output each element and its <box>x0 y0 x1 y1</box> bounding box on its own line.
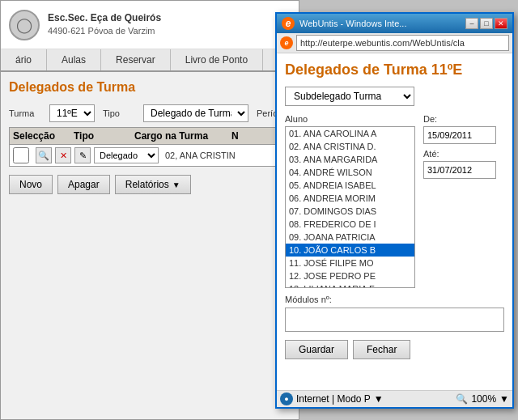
novo-button[interactable]: Novo <box>9 175 53 194</box>
nav-item-diary[interactable]: ário <box>1 49 47 70</box>
popup-two-col: Aluno 01. ANA CAROLINA A02. ANA CRISTINA… <box>285 114 504 288</box>
main-header: ◯ Esc.Sec. Eça de Queirós 4490-621 Póvoa… <box>1 1 299 49</box>
zoom-dropdown-icon: ▼ <box>499 393 509 405</box>
maximize-button[interactable]: □ <box>480 18 493 29</box>
turma-select[interactable]: 11ºE <box>49 104 95 122</box>
modulos-input[interactable] <box>285 308 504 332</box>
relatorios-label: Relatórios <box>125 179 169 190</box>
page-title: Delegados de Turma <box>9 80 291 95</box>
student-list-item[interactable]: 05. ANDREIA ISABEL <box>286 179 414 192</box>
student-list-item[interactable]: 12. JOSE PEDRO PE <box>286 269 414 282</box>
popup-left: Aluno 01. ANA CAROLINA A02. ANA CRISTINA… <box>285 114 415 288</box>
statusbar-arrow: ▼ <box>374 393 384 405</box>
address-bar[interactable] <box>296 35 509 51</box>
popup-titlebar: e WebUntis - Windows Inte... – □ ✕ <box>277 14 512 33</box>
school-logo: ◯ <box>9 10 40 40</box>
close-button[interactable]: ✕ <box>495 18 507 29</box>
btn-row: Novo Apagar Relatórios ▼ <box>9 175 291 194</box>
popup-dropdown-row: Subdelegado Turma <box>285 87 504 106</box>
th-cargo: Cargo na Turma <box>134 130 215 142</box>
statusbar-left: ● Internet | Modo P ▼ <box>280 392 384 405</box>
table-header: Selecção Tipo Cargo na Turma N <box>9 127 291 144</box>
cargo-select[interactable]: Delegado <box>94 147 159 163</box>
popup-window: e WebUntis - Windows Inte... – □ ✕ e Del… <box>275 12 514 409</box>
student-list-item[interactable]: 06. ANDREIA MORIM <box>286 192 414 205</box>
student-list-item[interactable]: 03. ANA MARGARIDA <box>286 153 414 166</box>
tipo-label: Tipo <box>103 108 135 118</box>
window-controls: – □ ✕ <box>465 18 507 29</box>
edit-icon-btn[interactable]: ✎ <box>74 147 91 163</box>
student-list-item[interactable]: 10. JOÃO CARLOS B <box>286 244 414 257</box>
zoom-level: 100% <box>471 393 496 405</box>
main-window: ◯ Esc.Sec. Eça de Queirós 4490-621 Póvoa… <box>0 0 299 420</box>
th-seleccao: Selecção <box>13 130 57 142</box>
nav-item-reservar[interactable]: Reservar <box>101 49 171 70</box>
minimize-button[interactable]: – <box>465 18 478 29</box>
student-list-item[interactable]: 04. ANDRÉ WILSON <box>286 166 414 179</box>
turma-label: Turma <box>9 108 41 118</box>
student-list-item[interactable]: 07. DOMINGOS DIAS <box>286 205 414 218</box>
student-list-item[interactable]: 09. JOANA PATRICIA <box>286 231 414 244</box>
modulos-label: Módulos nº: <box>285 295 504 304</box>
table-row: 🔍 ✕ ✎ Delegado 02, ANA CRISTIN <box>9 144 291 167</box>
aluno-col-label: Aluno <box>285 114 415 124</box>
student-list[interactable]: 01. ANA CAROLINA A02. ANA CRISTINA D.03.… <box>285 126 415 288</box>
de-date-input[interactable] <box>423 126 496 144</box>
statusbar-text: Internet | Modo P <box>296 393 371 405</box>
nav-bar: ário Aulas Reservar Livro de Ponto <box>1 49 299 72</box>
de-label: De: <box>423 114 504 124</box>
fechar-button[interactable]: Fechar <box>353 340 410 359</box>
row-checkbox[interactable] <box>13 147 29 163</box>
student-list-item[interactable]: 08. FREDERICO DE I <box>286 218 414 231</box>
popup-title-text: WebUntis - Windows Inte... <box>299 19 406 28</box>
popup-content: Delegados de Turma 11ºE Subdelegado Turm… <box>277 53 512 390</box>
form-row-1: Turma 11ºE Tipo Delegado de Turma Períod… <box>9 104 291 122</box>
zoom-icon: 🔍 <box>456 393 468 405</box>
popup-toolbar: e <box>277 33 512 53</box>
subdelegado-select[interactable]: Subdelegado Turma <box>285 87 414 106</box>
toolbar-ie-icon: e <box>280 36 293 49</box>
popup-right: De: Até: <box>423 114 504 288</box>
popup-statusbar: ● Internet | Modo P ▼ 🔍 100% ▼ <box>277 390 512 407</box>
th-tipo: Tipo <box>74 130 118 142</box>
student-list-item[interactable]: 13. LILIANA MARIA F <box>286 282 414 288</box>
popup-title-left: e WebUntis - Windows Inte... <box>282 17 406 30</box>
delete-icon-btn[interactable]: ✕ <box>55 147 71 163</box>
student-list-item[interactable]: 01. ANA CAROLINA A <box>286 127 414 140</box>
th-n: N <box>231 130 272 142</box>
apagar-button[interactable]: Apagar <box>57 175 110 194</box>
student-list-item[interactable]: 11. JOSÉ FILIPE MO <box>286 257 414 269</box>
student-list-wrapper: 01. ANA CAROLINA A02. ANA CRISTINA D.03.… <box>285 126 415 288</box>
nav-item-aulas[interactable]: Aulas <box>47 49 101 70</box>
aluno-text: 02, ANA CRISTIN <box>165 151 236 160</box>
dropdown-arrow-icon: ▼ <box>172 180 180 189</box>
ate-label: Até: <box>423 149 504 159</box>
ie-icon: e <box>282 17 295 30</box>
guardar-button[interactable]: Guardar <box>285 340 348 359</box>
search-icon-btn[interactable]: 🔍 <box>36 147 52 163</box>
content-area: Delegados de Turma Turma 11ºE Tipo Deleg… <box>1 72 299 202</box>
nav-item-livro[interactable]: Livro de Ponto <box>171 49 263 70</box>
ate-date-input[interactable] <box>423 161 496 179</box>
student-list-item[interactable]: 02. ANA CRISTINA D. <box>286 140 414 153</box>
statusbar-right: 🔍 100% ▼ <box>456 393 509 405</box>
popup-btn-row: Guardar Fechar <box>285 340 504 359</box>
relatorios-button[interactable]: Relatórios ▼ <box>115 175 191 194</box>
school-name: Esc.Sec. Eça de Queirós <box>48 11 161 25</box>
school-info: Esc.Sec. Eça de Queirós 4490-621 Póvoa d… <box>48 11 161 37</box>
school-address: 4490-621 Póvoa de Varzim <box>48 25 161 37</box>
popup-page-title: Delegados de Turma 11ºE <box>285 62 504 78</box>
tipo-select[interactable]: Delegado de Turma <box>143 104 248 122</box>
globe-icon: ● <box>280 392 293 405</box>
